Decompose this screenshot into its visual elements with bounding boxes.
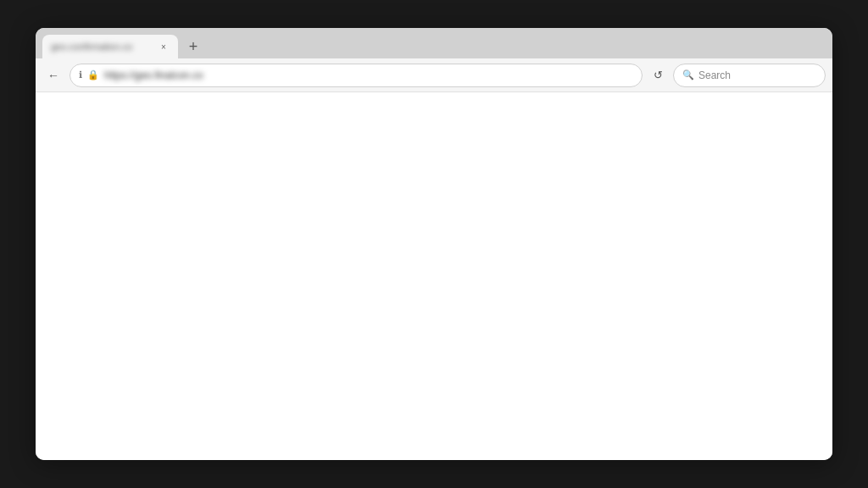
- back-button[interactable]: ←: [42, 64, 64, 86]
- search-icon: 🔍: [682, 69, 694, 80]
- new-tab-button[interactable]: +: [181, 35, 205, 58]
- page-content: [36, 92, 832, 460]
- info-icon: ℹ: [79, 69, 82, 80]
- reload-button[interactable]: ↺: [648, 65, 668, 86]
- address-bar[interactable]: ℹ 🔒 https://geo.finalcon.co: [70, 64, 643, 87]
- address-text: https://geo.finalcon.co: [104, 69, 633, 81]
- search-bar[interactable]: 🔍 Search: [673, 64, 826, 87]
- title-bar: geo.confirmation.co × +: [36, 28, 832, 58]
- lock-icon: 🔒: [87, 69, 99, 80]
- browser-window: geo.confirmation.co × + ← ℹ 🔒 https://ge…: [36, 28, 832, 460]
- active-tab[interactable]: geo.confirmation.co ×: [42, 35, 178, 58]
- search-placeholder: Search: [698, 69, 731, 81]
- tab-close-button[interactable]: ×: [158, 41, 170, 53]
- tab-title: geo.confirmation.co: [51, 42, 151, 52]
- nav-bar: ← ℹ 🔒 https://geo.finalcon.co ↺ 🔍 Search: [36, 58, 832, 92]
